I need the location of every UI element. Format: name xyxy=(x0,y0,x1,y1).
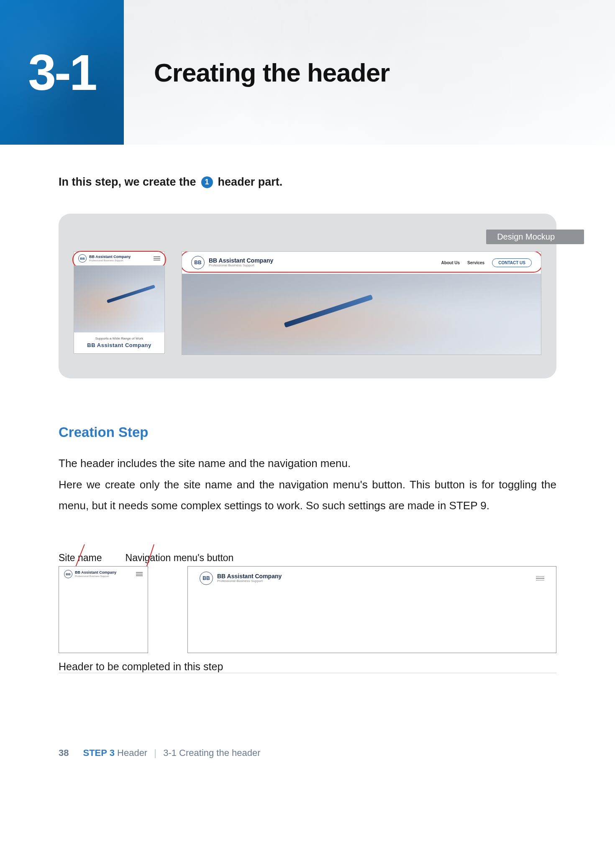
diagram-header: BB BB Assistant Company Professional Bus… xyxy=(188,567,556,590)
mockup-tag: Design Mockup xyxy=(486,230,584,244)
logo-block: BB BB Assistant Company Professional Bus… xyxy=(64,570,116,578)
crumb-separator: | xyxy=(154,748,156,758)
crumb-step-label: STEP 3 xyxy=(83,748,114,758)
mockup-panel: BB BB Assistant Company Professional Bus… xyxy=(59,214,556,378)
logo-icon: BB xyxy=(64,570,72,578)
section-paragraph-1: The header includes the site name and th… xyxy=(59,453,556,474)
diagram-header: BB BB Assistant Company Professional Bus… xyxy=(59,567,148,582)
logo-icon: BB xyxy=(200,572,213,585)
intro-text-before: In this step, we create the xyxy=(59,176,196,189)
pen-graphic xyxy=(284,294,373,327)
mobile-mockup: BB BB Assistant Company Professional Bus… xyxy=(74,251,165,354)
label-nav-button: Navigation menu's button xyxy=(126,552,234,564)
chapter-number-tile: 3-1 xyxy=(0,0,124,145)
hamburger-icon xyxy=(136,572,143,576)
logo-text: BB Assistant Company Professional Busine… xyxy=(75,571,116,577)
section-heading: Creation Step xyxy=(59,424,556,440)
diagram-section: Site name Navigation menu's button BB xyxy=(59,552,556,673)
hero-image xyxy=(74,266,164,332)
diagram-mobile: BB BB Assistant Company Professional Bus… xyxy=(59,566,148,653)
intro-text-after: header part. xyxy=(218,176,283,189)
crumb-step-name: Header xyxy=(117,748,147,758)
chapter-number: 3-1 xyxy=(28,43,95,101)
company-name: BB Assistant Company xyxy=(217,573,282,580)
page-footer: 38 STEP 3 Header | 3-1 Creating the head… xyxy=(0,740,615,775)
highlight-oval xyxy=(182,251,541,273)
desktop-mockup: BB BB Assistant Company Professional Bus… xyxy=(182,251,541,355)
breadcrumb: STEP 3 Header | 3-1 Creating the header xyxy=(83,748,260,758)
logo-text: BB Assistant Company Professional Busine… xyxy=(217,573,282,583)
crumb-section-num: 3-1 xyxy=(163,748,177,758)
hero-tagline: Supports a Wide Range of Work xyxy=(77,337,162,340)
company-subtitle: Professional Business Support xyxy=(75,575,116,578)
hero-text: Supports a Wide Range of Work BB Assista… xyxy=(74,332,164,353)
creation-step-section: Creation Step The header includes the si… xyxy=(59,424,556,516)
intro-line: In this step, we create the 1 header par… xyxy=(59,176,556,189)
pen-graphic xyxy=(106,285,155,304)
company-name: BB Assistant Company xyxy=(75,571,116,575)
footer-rule xyxy=(59,673,556,673)
hamburger-icon xyxy=(536,576,544,581)
page-number: 38 xyxy=(59,748,69,758)
company-subtitle: Professional Business Support xyxy=(217,580,282,583)
diagram-desktop: BB BB Assistant Company Professional Bus… xyxy=(187,566,556,653)
hero-image xyxy=(182,274,541,355)
logo-block: BB BB Assistant Company Professional Bus… xyxy=(200,572,282,585)
mockup-section: Design Mockup BB BB Assistant Company Pr… xyxy=(59,214,556,378)
crumb-section-title: Creating the header xyxy=(179,748,260,758)
chapter-banner: 3-1 Creating the header xyxy=(0,0,615,145)
diagram-caption: Header to be completed in this step xyxy=(59,661,556,673)
chapter-title: Creating the header xyxy=(124,0,615,145)
section-paragraph-2: Here we create only the site name and th… xyxy=(59,474,556,516)
label-site-name: Site name xyxy=(59,552,102,564)
diagram-row: BB BB Assistant Company Professional Bus… xyxy=(59,566,556,653)
step-badge-1: 1 xyxy=(201,176,213,188)
hero-company: BB Assistant Company xyxy=(77,342,162,348)
diagram-labels: Site name Navigation menu's button xyxy=(59,552,556,564)
